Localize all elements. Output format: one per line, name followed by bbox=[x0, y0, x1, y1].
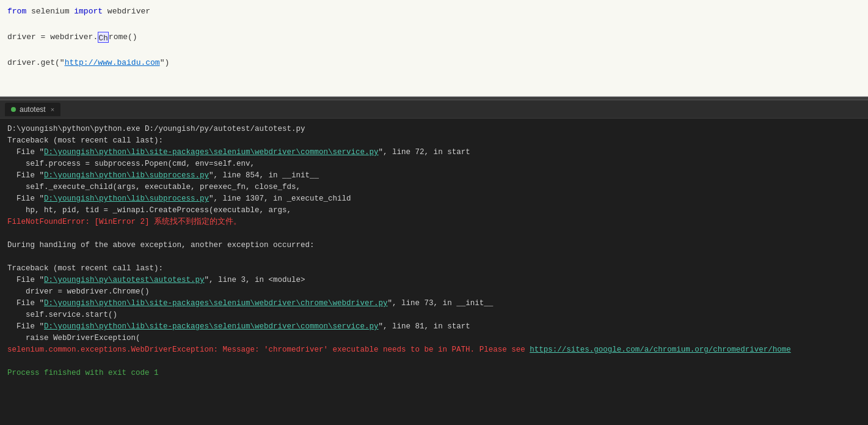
output-line-9: FileNotFoundError: [WinError 2] 系统找不到指定的… bbox=[7, 216, 861, 228]
link-chromedriver-home[interactable]: https://sites.google.com/a/chromium.org/… bbox=[530, 346, 791, 354]
terminal-tab-label: autotest bbox=[20, 105, 46, 114]
terminal-panel: autotest × D:\youngish\python\python.exe… bbox=[0, 100, 868, 425]
output-line-1: D:\youngish\python\python.exe D:/youngis… bbox=[7, 124, 861, 135]
code-editor: from selenium import webdriver driver = … bbox=[0, 0, 868, 97]
output-line-15: driver = webdriver.Chrome() bbox=[7, 286, 861, 298]
terminal-tab-bar: autotest × bbox=[0, 100, 868, 119]
code-line-3: driver = webdriver.Chrome() bbox=[0, 31, 868, 44]
output-line-13: Traceback (most recent call last): bbox=[7, 263, 861, 275]
output-line-14: File "D:\youngish\py\autotest\autotest.p… bbox=[7, 275, 861, 286]
code-line-5: driver.get("http://www.baidu.com") bbox=[0, 56, 868, 70]
output-line-16: File "D:\youngish\python\lib\site-packag… bbox=[7, 298, 861, 309]
output-line-6: self._execute_child(args, executable, pr… bbox=[7, 182, 861, 193]
output-line-11: During handling of the above exception, … bbox=[7, 240, 861, 251]
terminal-tab-autotest[interactable]: autotest × bbox=[5, 103, 60, 116]
output-line-3: File "D:\youngish\python\lib\site-packag… bbox=[7, 147, 861, 158]
url-link[interactable]: http://www.baidu.com bbox=[65, 57, 160, 69]
output-line-2: Traceback (most recent call last): bbox=[7, 135, 861, 147]
output-line-17: self.service.start() bbox=[7, 309, 861, 321]
keyword-from: from bbox=[7, 6, 26, 18]
link-chrome-webdriver-py[interactable]: D:\youngish\python\lib\site-packages\sel… bbox=[44, 299, 388, 308]
cursor: Ch bbox=[98, 32, 109, 43]
output-line-7: File "D:\youngish\python\lib\subprocess.… bbox=[7, 193, 861, 205]
terminal-tab-close[interactable]: × bbox=[51, 106, 54, 113]
link-subprocess-py-1307[interactable]: D:\youngish\python\lib\subprocess.py bbox=[44, 194, 209, 203]
output-line-18: File "D:\youngish\python\lib\site-packag… bbox=[7, 321, 861, 333]
output-line-10-empty bbox=[7, 228, 861, 240]
keyword-import: import bbox=[74, 6, 103, 18]
link-autotest-py[interactable]: D:\youngish\py\autotest\autotest.py bbox=[44, 276, 205, 284]
link-subprocess-py-854[interactable]: D:\youngish\python\lib\subprocess.py bbox=[44, 171, 209, 180]
link-service-py-81[interactable]: D:\youngish\python\lib\site-packages\sel… bbox=[44, 322, 379, 331]
code-line-4-empty bbox=[0, 44, 868, 56]
output-line-22: Process finished with exit code 1 bbox=[7, 368, 861, 379]
link-service-py-72[interactable]: D:\youngish\python\lib\site-packages\sel… bbox=[44, 148, 379, 157]
output-line-12-empty bbox=[7, 251, 861, 263]
output-line-20: selenium.common.exceptions.WebDriverExce… bbox=[7, 344, 861, 356]
output-line-8: hp, ht, pid, tid = _winapi.CreateProcess… bbox=[7, 205, 861, 216]
code-line-2-empty bbox=[0, 18, 868, 31]
terminal-output[interactable]: D:\youngish\python\python.exe D:/youngis… bbox=[0, 119, 868, 425]
output-line-21-empty bbox=[7, 356, 861, 368]
output-line-4: self.process = subprocess.Popen(cmd, env… bbox=[7, 158, 861, 170]
output-line-5: File "D:\youngish\python\lib\subprocess.… bbox=[7, 170, 861, 182]
code-line-1: from selenium import webdriver bbox=[0, 5, 868, 18]
tab-status-dot bbox=[11, 107, 16, 112]
output-line-19: raise WebDriverException( bbox=[7, 333, 861, 344]
